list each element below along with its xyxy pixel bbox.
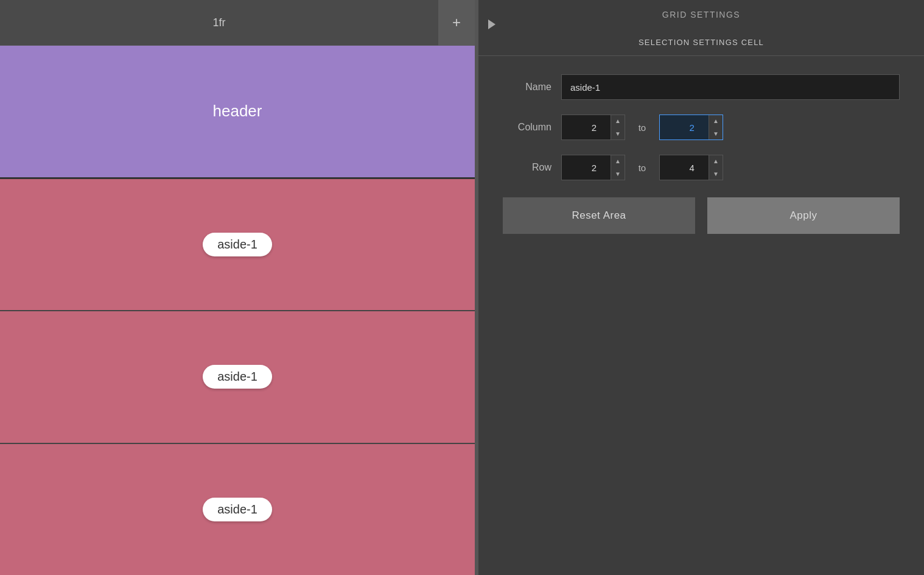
grid-content: header aside-1 aside-1 aside-1 <box>0 46 475 575</box>
column-from-spinner: ▲ ▼ <box>561 115 625 140</box>
column-to-up-btn[interactable]: ▲ <box>709 115 723 127</box>
right-header: GRID SETTINGS SELECTION SETTINGS CELL <box>478 0 924 56</box>
aside-cell-3-label: aside-1 <box>203 498 272 521</box>
row-field-row: Row ▲ ▼ to ▲ ▼ <box>503 155 900 180</box>
settings-body: Name Column ▲ ▼ to ▲ ▼ <box>478 56 924 252</box>
column-header-row: 1fr + <box>0 0 475 46</box>
column-from-spinner-btns: ▲ ▼ <box>611 115 625 140</box>
name-label: Name <box>503 82 551 93</box>
row-to-spinner: ▲ ▼ <box>659 155 723 180</box>
row-to-label: to <box>635 163 649 173</box>
name-input[interactable] <box>561 74 900 100</box>
row-to-up-btn[interactable]: ▲ <box>709 155 723 168</box>
header-cell[interactable]: header <box>0 46 475 179</box>
column-from-input[interactable] <box>562 122 611 133</box>
column-to-down-btn[interactable]: ▼ <box>709 127 723 140</box>
row-from-up-btn[interactable]: ▲ <box>611 155 625 168</box>
section-title: SELECTION SETTINGS CELL <box>478 32 924 55</box>
column-from-down-btn[interactable]: ▼ <box>611 127 625 140</box>
column-to-input[interactable] <box>660 122 709 133</box>
add-column-button[interactable]: + <box>438 0 475 46</box>
column-label: 1fr <box>0 16 438 29</box>
left-panel: 1fr + header aside-1 aside-1 aside-1 <box>0 0 475 575</box>
row-from-spinner-btns: ▲ ▼ <box>611 155 625 180</box>
apply-button[interactable]: Apply <box>707 197 900 234</box>
column-from-up-btn[interactable]: ▲ <box>611 115 625 127</box>
column-field-row: Column ▲ ▼ to ▲ ▼ <box>503 115 900 140</box>
panel-title: GRID SETTINGS <box>662 10 740 26</box>
column-to-spinner: ▲ ▼ <box>659 115 723 140</box>
actions-row: Reset Area Apply <box>503 197 900 234</box>
aside-cell-2-label: aside-1 <box>203 365 272 389</box>
row-label: Row <box>503 162 551 173</box>
header-cell-label: header <box>213 102 262 121</box>
aside-cell-1[interactable]: aside-1 <box>0 179 475 312</box>
row-from-spinner: ▲ ▼ <box>561 155 625 180</box>
aside-cell-1-label: aside-1 <box>203 233 272 256</box>
name-field-row: Name <box>503 74 900 100</box>
column-to-label: to <box>635 122 649 133</box>
panel-title-row: GRID SETTINGS <box>478 10 924 32</box>
row-from-input[interactable] <box>562 163 611 173</box>
aside-cell-3[interactable]: aside-1 <box>0 444 475 576</box>
row-to-input[interactable] <box>660 163 709 173</box>
column-label: Column <box>503 122 551 133</box>
column-to-spinner-btns: ▲ ▼ <box>709 115 723 140</box>
right-panel: GRID SETTINGS SELECTION SETTINGS CELL Na… <box>477 0 924 575</box>
reset-area-button[interactable]: Reset Area <box>503 197 695 234</box>
row-to-spinner-btns: ▲ ▼ <box>709 155 723 180</box>
row-to-down-btn[interactable]: ▼ <box>709 168 723 180</box>
row-from-down-btn[interactable]: ▼ <box>611 168 625 180</box>
play-icon[interactable] <box>488 19 495 29</box>
aside-cell-2[interactable]: aside-1 <box>0 311 475 444</box>
